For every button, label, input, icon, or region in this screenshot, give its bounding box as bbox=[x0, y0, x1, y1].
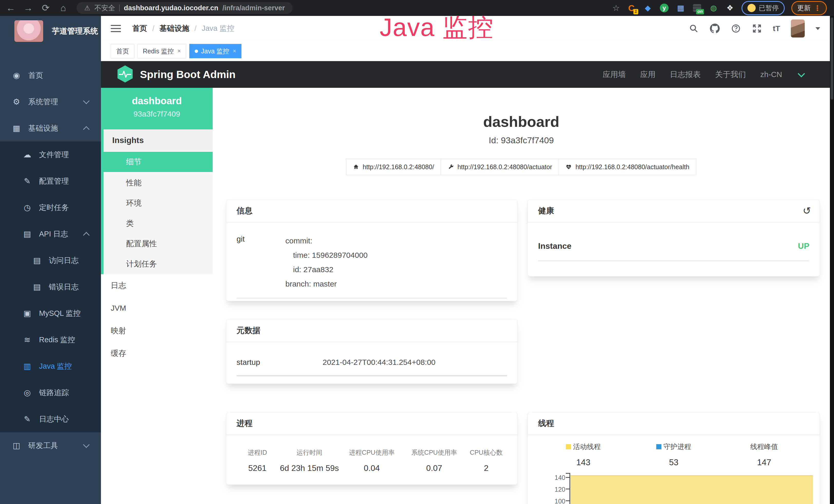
extension-switch-icon[interactable]: on bbox=[692, 3, 702, 13]
sba-item-environment[interactable]: 环境 bbox=[104, 193, 213, 213]
threads-card: 线程 活动线程 143 守护进程 53 线程峰值 147 bbox=[528, 412, 820, 504]
threads-legend: 活动线程 143 守护进程 53 线程峰值 147 bbox=[538, 435, 809, 467]
sidebar-item-file-manage[interactable]: ☁ 文件管理 bbox=[0, 141, 101, 168]
home-icon[interactable]: ⌂ bbox=[57, 3, 70, 13]
process-stat-process-cpu: 进程CPU使用率 0.04 bbox=[341, 448, 403, 473]
search-icon[interactable] bbox=[688, 23, 699, 33]
address-bar[interactable]: ⚠ 不安全 dashboard.yudao.iocoder.cn/infra/a… bbox=[76, 2, 292, 14]
sba-nav-applications[interactable]: 应用 bbox=[640, 69, 656, 80]
sba-instance-header[interactable]: dashboard 93a3fc7f7409 bbox=[101, 88, 213, 130]
database-icon: ▣ bbox=[22, 308, 33, 318]
app-title: 芋道管理系统 bbox=[52, 26, 98, 37]
breadcrumb-infrastructure[interactable]: 基础设施 bbox=[159, 23, 189, 33]
sidebar-item-infrastructure[interactable]: ▦ 基础设施 bbox=[0, 115, 101, 141]
legend-daemon-threads: 守护进程 53 bbox=[629, 442, 719, 467]
url-path: /infra/admin-server bbox=[222, 4, 285, 12]
sidebar-item-dev-tools[interactable]: ◫ 研发工具 bbox=[0, 432, 101, 459]
extension-pin-icon[interactable]: ◆ bbox=[643, 3, 653, 13]
tab-java-monitor[interactable]: Java 监控 × bbox=[189, 44, 242, 58]
fullscreen-icon[interactable] bbox=[752, 23, 762, 33]
github-icon[interactable] bbox=[710, 23, 720, 33]
health-instance-row[interactable]: Instance UP bbox=[538, 241, 809, 261]
sidebar-item-log-center[interactable]: ✎ 日志中心 bbox=[0, 406, 101, 432]
breadcrumb-home[interactable]: 首页 bbox=[132, 23, 147, 33]
sidebar-item-config-manage[interactable]: ✎ 配置管理 bbox=[0, 168, 101, 194]
chevron-down-icon[interactable] bbox=[798, 70, 805, 77]
sidebar-item-home[interactable]: ◉ 首页 bbox=[0, 62, 101, 89]
sba-item-scheduled-tasks[interactable]: 计划任务 bbox=[104, 254, 213, 274]
help-icon[interactable] bbox=[731, 23, 741, 33]
sba-nav-wallboard[interactable]: 应用墙 bbox=[602, 69, 626, 80]
process-stats: 进程ID 5261 运行时间 6d 23h 15m 59s 进程CPU使用率 0… bbox=[237, 448, 507, 473]
avatar-caret-icon[interactable] bbox=[815, 27, 820, 30]
extension-colorzilla-icon[interactable]: C 1 bbox=[627, 3, 636, 13]
service-url-link[interactable]: http://192.168.0.2:48080/ bbox=[346, 159, 441, 175]
reload-icon[interactable]: ⟳ bbox=[39, 3, 52, 13]
extension-on-badge: on bbox=[696, 9, 704, 15]
sidebar-item-scheduled-tasks[interactable]: ◷ 定时任务 bbox=[0, 194, 101, 221]
hamburger-icon[interactable] bbox=[111, 25, 121, 32]
sidebar-item-error-logs[interactable]: ▤ 错误日志 bbox=[0, 274, 101, 300]
toolbox-icon: ◫ bbox=[11, 441, 22, 450]
sba-item-mappings[interactable]: 映射 bbox=[101, 319, 213, 342]
breadcrumb-current: Java 监控 bbox=[202, 23, 234, 33]
instance-title: dashboard bbox=[213, 113, 830, 130]
chrome-update-chip[interactable]: 更新 ⋮ bbox=[791, 1, 827, 15]
health-card: 健康 ↺ Instance UP bbox=[528, 200, 820, 276]
tab-home[interactable]: 首页 bbox=[111, 44, 134, 58]
sba-item-metrics[interactable]: 性能 bbox=[104, 173, 213, 193]
breadcrumb: 首页 / 基础设施 / Java 监控 bbox=[132, 23, 234, 33]
extension-grid-icon[interactable]: ▦ bbox=[676, 3, 685, 13]
user-avatar[interactable] bbox=[791, 20, 805, 38]
scrollbar-thumb[interactable] bbox=[831, 18, 833, 100]
chevron-down-icon bbox=[83, 97, 89, 104]
browser-scrollbar[interactable] bbox=[830, 16, 834, 504]
process-card-title: 进程 bbox=[226, 412, 517, 435]
sba-item-details[interactable]: 细节 bbox=[104, 152, 213, 173]
close-icon[interactable]: × bbox=[233, 48, 236, 54]
sidebar-item-api-logs[interactable]: ▤ API 日志 bbox=[0, 221, 101, 247]
extension-search-icon[interactable]: ◍ bbox=[709, 3, 719, 13]
heart-icon bbox=[566, 164, 572, 170]
sba-logo-icon bbox=[117, 65, 133, 84]
chevron-up-icon bbox=[83, 126, 89, 133]
gear-icon: ⚙ bbox=[11, 97, 22, 107]
health-url-link[interactable]: http://192.168.0.2:48080/actuator/health bbox=[559, 159, 696, 175]
sba-locale-select[interactable]: zh-CN bbox=[760, 70, 782, 79]
sba-item-classes[interactable]: 类 bbox=[104, 213, 213, 234]
sba-item-logs[interactable]: 日志 bbox=[101, 274, 213, 297]
back-icon[interactable]: ← bbox=[4, 3, 18, 13]
sidebar-item-access-logs[interactable]: ▤ 访问日志 bbox=[0, 247, 101, 274]
sba-item-config-props[interactable]: 配置属性 bbox=[104, 234, 213, 254]
sidebar-item-mysql-monitor[interactable]: ▣ MySQL 监控 bbox=[0, 300, 101, 327]
actuator-url-link[interactable]: http://192.168.0.2:48080/actuator bbox=[441, 159, 559, 175]
sba-nav-about[interactable]: 关于我们 bbox=[715, 69, 746, 80]
tab-redis-monitor[interactable]: Redis 监控 × bbox=[137, 44, 186, 58]
text-size-icon[interactable]: tT bbox=[773, 24, 780, 33]
yellow-swatch-icon bbox=[566, 444, 571, 449]
url-divider bbox=[119, 5, 120, 11]
extension-badge: 1 bbox=[633, 9, 638, 15]
forward-icon[interactable]: → bbox=[22, 3, 35, 13]
extension-yuque-icon[interactable]: y bbox=[659, 3, 669, 13]
sba-nav-journal[interactable]: 日志报表 bbox=[670, 69, 701, 80]
sidebar-item-redis-monitor[interactable]: ≋ Redis 监控 bbox=[0, 327, 101, 353]
redis-icon: ≋ bbox=[22, 335, 33, 345]
y-tick-120: 120 bbox=[537, 486, 565, 493]
annotation-overlay: Java 监控 bbox=[380, 11, 494, 45]
close-icon[interactable]: × bbox=[177, 48, 181, 54]
history-icon[interactable]: ↺ bbox=[803, 205, 811, 216]
doc-log-icon: ▤ bbox=[31, 256, 43, 265]
startup-value: 2021-04-27T00:44:31.254+08:00 bbox=[323, 358, 436, 367]
app-logo bbox=[14, 20, 43, 42]
profile-paused-chip[interactable]: 已暂停 bbox=[742, 1, 785, 15]
extensions-puzzle-icon[interactable]: ❖ bbox=[725, 3, 735, 13]
bookmark-star-icon[interactable]: ☆ bbox=[612, 3, 620, 13]
sidebar-item-system[interactable]: ⚙ 系统管理 bbox=[0, 89, 101, 115]
home-icon bbox=[353, 164, 359, 170]
sba-item-caches[interactable]: 缓存 bbox=[101, 342, 213, 365]
sba-item-jvm[interactable]: JVM bbox=[101, 297, 213, 319]
sidebar-item-java-monitor[interactable]: ▥ Java 监控 bbox=[0, 353, 101, 380]
chrome-menu-icon[interactable]: ⋮ bbox=[814, 4, 821, 12]
sidebar-item-trace[interactable]: ◎ 链路追踪 bbox=[0, 380, 101, 406]
